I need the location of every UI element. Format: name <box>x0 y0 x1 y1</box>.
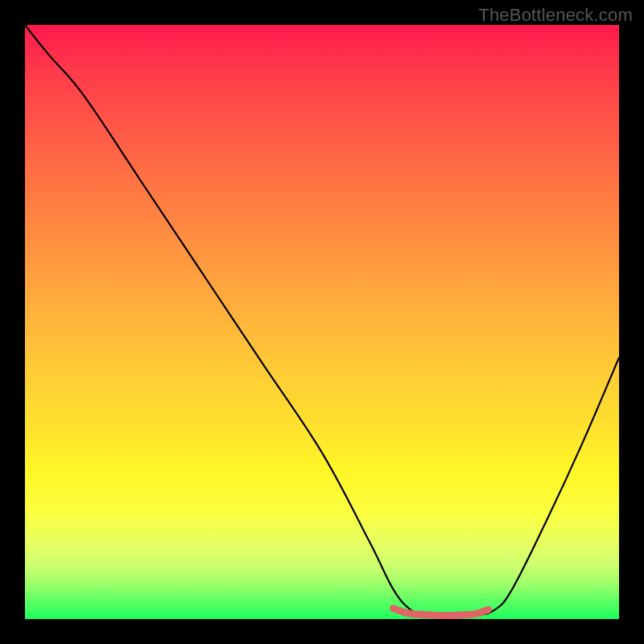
highlight-segment <box>394 609 489 616</box>
bottleneck-curve <box>25 25 619 616</box>
watermark-text: TheBottleneck.com <box>478 5 633 26</box>
chart-svg <box>25 25 619 619</box>
plot-area <box>25 25 619 619</box>
